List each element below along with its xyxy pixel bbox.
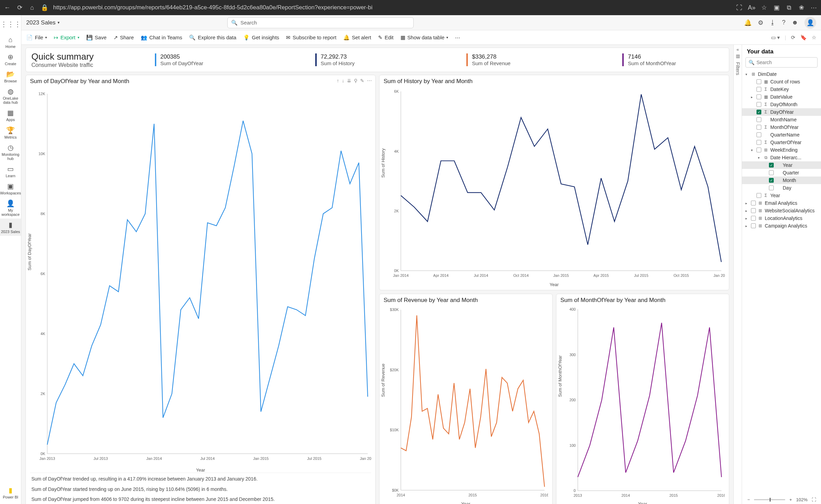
share-button[interactable]: ↗ Share xyxy=(113,34,134,41)
toolbar-overflow-icon[interactable]: ⋯ xyxy=(455,34,460,41)
view-mode-button[interactable]: ▭ ▾ xyxy=(771,34,780,41)
copilot-icon[interactable]: ❀ xyxy=(798,4,805,11)
field-websitesocialanalytics[interactable]: ▸⊞WebsiteSocialAnalytics xyxy=(742,207,821,214)
refresh-icon[interactable]: ⟳ xyxy=(16,4,23,11)
chart-revenue[interactable]: Sum of Revenue by Year and Month Sum of … xyxy=(379,294,553,504)
download-icon[interactable]: ⭳ xyxy=(770,19,776,26)
export-button[interactable]: ↦ Export ▾ xyxy=(54,34,79,41)
field-quarter[interactable]: Quarter xyxy=(742,169,821,177)
powerbi-logo[interactable]: ▮Power BI xyxy=(0,484,21,501)
home-icon[interactable]: ⌂ xyxy=(28,4,36,11)
filters-tab[interactable]: Filters xyxy=(735,62,741,75)
expand-icon[interactable]: ⇊ xyxy=(347,78,351,83)
read-aloud-icon[interactable]: A» xyxy=(748,4,755,11)
svg-text:2015: 2015 xyxy=(669,494,677,498)
search-icon: 🔍 xyxy=(749,60,754,65)
field-date-hierarc-[interactable]: ▾⧉Date Hierarc... xyxy=(742,154,821,161)
svg-text:300: 300 xyxy=(569,353,575,357)
field-locationanalytics[interactable]: ▸⊞LocationAnalytics xyxy=(742,214,821,222)
nav-monitoring-hub[interactable]: ◷Monitoring hub xyxy=(0,141,21,163)
url-field[interactable]: https://app.powerbi.com/groups/me/report… xyxy=(53,4,731,11)
field-datevalue[interactable]: ▸▦DateValue xyxy=(742,93,821,101)
field-dayofyear[interactable]: ✓ΣDayOfYear xyxy=(742,108,821,116)
right-rail: « ▥ Filters Your data 🔍 Search ▾⊞DimDate… xyxy=(733,45,821,504)
help-icon[interactable]: ? xyxy=(782,19,785,26)
field-campaign-analytics[interactable]: ▸⊞Campaign Analytics xyxy=(742,222,821,230)
settings-icon[interactable]: ⚙ xyxy=(758,19,763,27)
edit-button[interactable]: ✎ Edit xyxy=(378,34,394,41)
chat-teams-button[interactable]: 👥 Chat in Teams xyxy=(141,34,182,41)
insights-button[interactable]: 💡 Get insights xyxy=(243,34,279,41)
field-monthofyear[interactable]: ΣMonthOfYear xyxy=(742,123,821,131)
drilldown-icon[interactable]: ↓ xyxy=(342,78,344,83)
chart-history[interactable]: Sum of History by Year and Month Sum of … xyxy=(379,75,729,290)
field-count-of-rows[interactable]: ▦Count of rows xyxy=(742,78,821,85)
notifications-icon[interactable]: 🔔 xyxy=(744,19,752,27)
zoom-in-icon[interactable]: + xyxy=(789,497,792,502)
collapse-pane-icon[interactable]: « xyxy=(736,47,739,52)
chart-action-icons[interactable]: ↑ ↓ ⇊ ⚲ ✎ ⋯ xyxy=(337,78,372,83)
more-icon[interactable]: ⋯ xyxy=(810,4,818,11)
nav-home[interactable]: ⌂Home xyxy=(0,34,21,51)
field-monthname[interactable]: MonthName xyxy=(742,116,821,123)
field-dimdate[interactable]: ▾⊞DimDate xyxy=(742,70,821,78)
explore-button[interactable]: 🔍 Explore this data xyxy=(189,34,236,41)
field-datekey[interactable]: ΣDateKey xyxy=(742,85,821,93)
chart-more-icon[interactable]: ⋯ xyxy=(367,78,372,83)
save-button[interactable]: 💾 Save xyxy=(86,34,107,41)
feedback-icon[interactable]: ☻ xyxy=(792,19,798,26)
nav-create[interactable]: ⊕Create xyxy=(0,51,21,68)
field-day[interactable]: Day xyxy=(742,184,821,192)
svg-text:0K: 0K xyxy=(41,452,46,456)
nav-2023-sales[interactable]: ▮2023 Sales xyxy=(0,219,21,236)
collections-icon[interactable]: ▣ xyxy=(773,4,780,11)
nav-learn[interactable]: ▭Learn xyxy=(0,163,21,180)
browser-chrome: ← ⟳ ⌂ 🔒 https://app.powerbi.com/groups/m… xyxy=(0,0,821,15)
alert-button[interactable]: 🔔 Set alert xyxy=(343,34,371,41)
fit-page-icon[interactable]: ⛶ xyxy=(812,497,816,502)
data-search[interactable]: 🔍 Search xyxy=(745,57,818,68)
global-search[interactable]: 🔍 Search xyxy=(227,17,414,28)
star-icon[interactable]: ☆ xyxy=(812,34,816,41)
file-button[interactable]: 📄 File ▾ xyxy=(26,34,47,41)
zoom-out-icon[interactable]: − xyxy=(748,497,750,502)
nav-browse[interactable]: 📂Browse xyxy=(0,68,21,85)
field-dayofmonth[interactable]: ΣDayOfMonth xyxy=(742,101,821,108)
field-email-analytics[interactable]: ▸⊞Email Analytics xyxy=(742,199,821,207)
nav-metrics[interactable]: 🏆Metrics xyxy=(0,124,21,141)
waffle-icon[interactable]: ⋮⋮⋮ xyxy=(0,17,21,32)
svg-text:2016: 2016 xyxy=(540,493,548,497)
field-weekending[interactable]: ▾⊞WeekEnding xyxy=(742,146,821,154)
nav-apps[interactable]: ▦Apps xyxy=(0,107,21,124)
field-year[interactable]: ✓Year xyxy=(742,161,821,169)
shopping-icon[interactable]: ⛶ xyxy=(735,4,743,11)
favorite-icon[interactable]: ☆ xyxy=(760,4,768,11)
extensions-icon[interactable]: ⧉ xyxy=(785,4,793,11)
field-quarterofyear[interactable]: ΣQuarterOfYear xyxy=(742,139,821,146)
summary-title: Quick summary xyxy=(31,51,94,62)
nav-my-workspace[interactable]: 👤My workspace xyxy=(0,197,21,219)
nav-onelake-data-hub[interactable]: ◍OneLake data hub xyxy=(0,85,21,107)
zoom-slider[interactable] xyxy=(754,499,785,500)
avatar[interactable]: 👤 xyxy=(804,17,816,29)
drillup-icon[interactable]: ↑ xyxy=(337,78,339,83)
svg-text:Jul 2014: Jul 2014 xyxy=(474,273,488,278)
subscribe-button[interactable]: ✉ Subscribe to report xyxy=(286,34,336,41)
field-tree: ▾⊞DimDate▦Count of rowsΣDateKey▸▦DateVal… xyxy=(742,70,821,504)
svg-text:2015: 2015 xyxy=(468,493,477,497)
field-month[interactable]: ✓Month xyxy=(742,177,821,184)
goto-icon[interactable]: ⚲ xyxy=(354,78,357,83)
summary-subtitle: Consumer Website traffic xyxy=(31,62,94,68)
workspace-name[interactable]: 2023 Sales ▾ xyxy=(26,19,60,26)
chart-monthofyear[interactable]: Sum of MonthOfYear by Year and Month Sum… xyxy=(556,294,730,504)
copilot-chart-icon[interactable]: ✎ xyxy=(360,78,364,83)
visualizations-tab-icon[interactable]: ▥ xyxy=(736,53,740,59)
field-quartername[interactable]: QuarterName xyxy=(742,131,821,139)
chart-dayofyear[interactable]: Sum of DayOfYear by Year and Month ↑ ↓ ⇊… xyxy=(26,75,376,504)
back-icon[interactable]: ← xyxy=(3,4,11,11)
nav-workspaces[interactable]: ▣Workspaces xyxy=(0,180,21,197)
refresh-visuals-icon[interactable]: ⟳ xyxy=(791,34,795,41)
datatable-button[interactable]: ▦ Show data table ▾ xyxy=(400,34,448,41)
bookmark-icon[interactable]: 🔖 xyxy=(800,34,807,41)
field-year[interactable]: ΣYear xyxy=(742,192,821,199)
